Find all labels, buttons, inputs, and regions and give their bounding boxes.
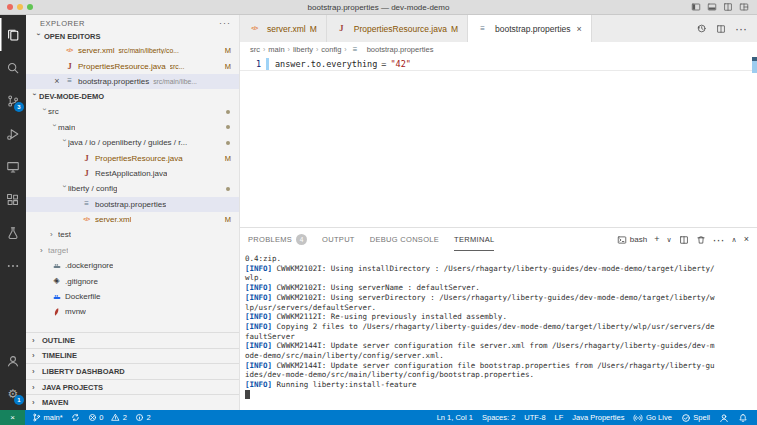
tree-row[interactable]: ›java / io / openliberty / guides / r...	[26, 135, 239, 150]
more-actions-icon[interactable]: ···	[735, 23, 747, 35]
status-sync-icon[interactable]	[71, 413, 80, 422]
activity-account-icon[interactable]	[0, 344, 26, 377]
activity-settings-gear-icon[interactable]: ⚙1	[0, 377, 26, 410]
open-editor-item[interactable]: ×≡bootstrap.propertiessrc/main/libe...	[26, 74, 239, 89]
remote-indicator[interactable]: ×	[0, 410, 25, 425]
panel-tab-problems[interactable]: PROBLEMS4	[248, 228, 307, 251]
status-spell-check-icon[interactable]: Spell	[681, 413, 710, 423]
close-window-icon[interactable]	[7, 4, 13, 10]
history-icon[interactable]	[696, 23, 707, 34]
modified-folder-dot	[226, 141, 230, 145]
tree-row[interactable]: ›liberty / config	[26, 181, 239, 196]
sidebar-section-timeline[interactable]: ›TIMELINE	[26, 348, 239, 364]
toggle-panel-icon[interactable]	[707, 2, 717, 12]
views-more-actions-icon[interactable]: ···	[219, 18, 231, 28]
editor-tab[interactable]: ≡bootstrap.properties×	[468, 15, 592, 42]
tree-item-label: src	[48, 107, 59, 116]
status-feedback-icon[interactable]	[719, 413, 729, 423]
sidebar-section-liberty-dashboard[interactable]: ›LIBERTY DASHBOARD	[26, 363, 239, 379]
sidebar-section-java-projects[interactable]: ›JAVA PROJECTS	[26, 379, 239, 395]
chevron-down-icon[interactable]: ›	[60, 139, 69, 147]
sidebar-section-maven[interactable]: ›MAVEN	[26, 394, 239, 410]
tree-row[interactable]: ◈.gitignore	[26, 273, 239, 288]
status-error-icon[interactable]: 0	[88, 413, 104, 422]
tree-row[interactable]: Dockerfile	[26, 289, 239, 304]
minimize-window-icon[interactable]	[17, 4, 23, 10]
new-terminal-icon[interactable]: +	[654, 235, 659, 244]
activity-testing-icon[interactable]	[0, 216, 26, 249]
breadcrumb-item[interactable]: liberty	[293, 45, 313, 54]
open-editor-item[interactable]: </>server.xmlsrc/main/liberty/co...M	[26, 43, 239, 58]
activity-remote-explorer-icon[interactable]	[0, 150, 26, 183]
property-value: "42"	[390, 59, 410, 69]
shell-selector[interactable]: bash	[617, 235, 647, 245]
toggle-sidebar-icon[interactable]	[691, 2, 701, 12]
editor-tab[interactable]: JPropertiesResource.javaM	[327, 15, 468, 42]
editor-area[interactable]: 1 answer.to.everything = "42"	[240, 57, 757, 227]
panel-tab-debug-console[interactable]: DEBUG CONSOLE	[370, 228, 439, 251]
split-terminal-icon[interactable]	[679, 235, 689, 245]
tree-row[interactable]: ›main	[26, 120, 239, 135]
chevron-down-icon[interactable]: ›	[40, 108, 49, 116]
customize-layout-icon[interactable]	[739, 2, 749, 12]
tree-row[interactable]: ›target	[26, 243, 239, 258]
breadcrumb-item[interactable]: src	[250, 45, 260, 54]
close-tab-icon[interactable]: ×	[577, 24, 582, 34]
breadcrumb-item[interactable]: main	[268, 45, 284, 54]
tree-row[interactable]: JPropertiesResource.javaM	[26, 150, 239, 165]
panel-tab-output[interactable]: OUTPUT	[322, 228, 355, 251]
breadcrumb-file[interactable]: bootstrap.properties	[367, 45, 434, 54]
status-field-4[interactable]: Java Properties	[572, 413, 624, 422]
terminal-line: [INFO] CWWKM2144I: Update server configu…	[245, 361, 718, 380]
chevron-right-icon[interactable]: ›	[40, 246, 48, 255]
status-git-branch-icon[interactable]: main*	[32, 413, 63, 422]
terminal-output[interactable]: 0.4:zip.[INFO] CWWKM2102I: Using install…	[240, 251, 718, 410]
activity-more-views-icon[interactable]	[0, 249, 26, 282]
status-warning-icon[interactable]: 2	[111, 413, 127, 422]
tree-row[interactable]: ›src	[26, 104, 239, 119]
editor-tab[interactable]: </>server.xmlM	[240, 15, 327, 42]
tree-row[interactable]: </>server.xmlM	[26, 212, 239, 227]
status-field-1[interactable]: Spaces: 2	[482, 413, 515, 422]
status-broadcast-icon[interactable]: Go Live	[633, 413, 671, 423]
tree-row[interactable]: .dockerignore	[26, 258, 239, 273]
open-editors-header[interactable]: › OPEN EDITORS	[26, 29, 239, 43]
open-editor-item[interactable]: JPropertiesResource.javasrc...M	[26, 58, 239, 73]
zoom-window-icon[interactable]	[27, 4, 33, 10]
status-bell-icon[interactable]	[738, 413, 748, 423]
split-editor-icon[interactable]	[723, 2, 733, 12]
chevron-down-icon[interactable]: ›	[50, 124, 59, 132]
status-field-3[interactable]: LF	[555, 413, 564, 422]
activity-extensions-icon[interactable]	[0, 183, 26, 216]
status-info-icon[interactable]: 2	[135, 413, 151, 422]
sidebar-section-outline[interactable]: ›OUTLINE	[26, 332, 239, 348]
status-field-2[interactable]: UTF-8	[524, 413, 545, 422]
tree-row[interactable]: ›test	[26, 227, 239, 242]
activity-search-icon[interactable]	[0, 51, 26, 84]
split-editor-icon[interactable]	[716, 24, 726, 34]
kill-terminal-icon[interactable]	[696, 235, 706, 245]
status-field-0[interactable]: Ln 1, Col 1	[437, 413, 473, 422]
tree-row[interactable]: mvnw	[26, 304, 239, 319]
chevron-down-icon[interactable]: ∨	[666, 236, 671, 243]
tree-row[interactable]: ≡bootstrap.properties	[26, 197, 239, 212]
panel-tab-terminal[interactable]: TERMINAL	[454, 228, 494, 251]
tree-item-label: RestApplication.java	[95, 169, 167, 178]
activity-source-control-icon[interactable]: 3	[0, 84, 26, 117]
java-file-icon: J	[84, 154, 88, 163]
breadcrumb-separator: ›	[263, 46, 265, 53]
chevron-right-icon[interactable]: ›	[50, 230, 58, 239]
code-line-1[interactable]: 1 answer.to.everything = "42"	[240, 57, 757, 71]
maximize-panel-icon[interactable]: ∧	[732, 236, 737, 243]
tree-row[interactable]: JRestApplication.java	[26, 166, 239, 181]
modified-folder-dot	[226, 110, 230, 114]
activity-run-debug-icon[interactable]	[0, 117, 26, 150]
more-actions-icon[interactable]: ···	[713, 234, 725, 246]
close-editor-icon[interactable]: ×	[54, 76, 59, 86]
breadcrumb-item[interactable]: config	[321, 45, 341, 54]
warning-icon	[111, 413, 120, 422]
close-panel-icon[interactable]: ×	[744, 235, 749, 244]
project-root-header[interactable]: › DEV-MODE-DEMO	[26, 89, 239, 104]
activity-explorer-icon[interactable]	[0, 18, 26, 51]
chevron-down-icon[interactable]: ›	[60, 185, 69, 193]
